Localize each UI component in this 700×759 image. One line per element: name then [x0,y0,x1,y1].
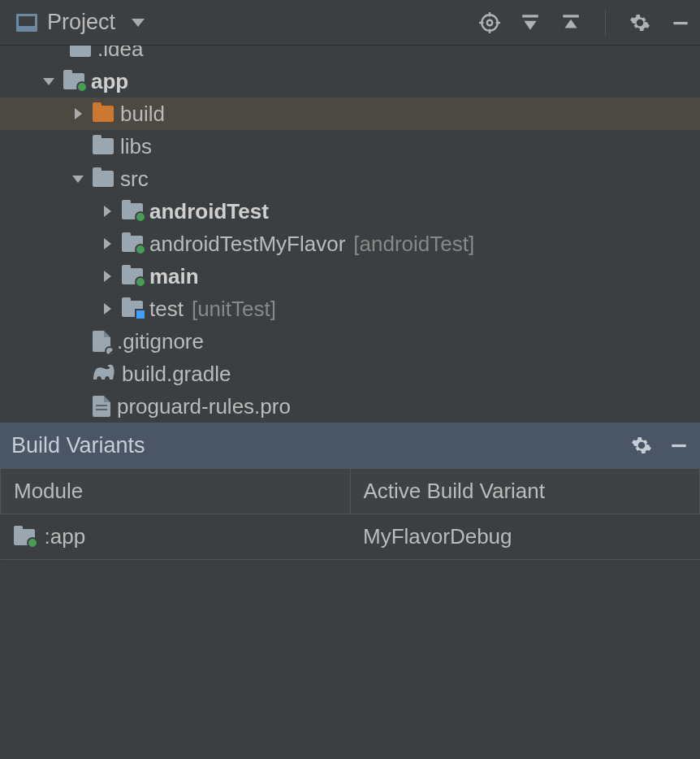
project-view-icon [16,14,37,32]
project-tree[interactable]: .idea app build libs src androidTest and… [0,46,700,423]
variant-cell[interactable]: MyFlavorDebug [350,514,700,560]
expander-spacer [68,364,88,384]
tree-node-label: build [120,102,165,127]
svg-rect-6 [522,15,538,17]
project-toolbar: Project [0,0,700,46]
tree-node-label: test [149,297,184,322]
svg-point-1 [487,20,493,25]
build-variants-table: Module Active Build Variant :app MyFlavo… [0,468,700,560]
column-header-variant[interactable]: Active Build Variant [350,469,700,514]
tree-row-src[interactable]: src [0,163,700,195]
source-folder-icon [122,203,143,219]
tree-row-buildgradle[interactable]: build.gradle [0,358,700,390]
tree-node-label: androidTestMyFlavor [149,232,345,257]
tree-row-app[interactable]: app [0,65,700,98]
expander-spacer [68,332,88,351]
tree-node-label: .idea [97,46,143,62]
tree-row-build[interactable]: build [0,98,700,130]
expander-spacer [68,137,88,156]
tree-node-annot: [androidTest] [353,232,474,257]
target-icon[interactable] [478,11,501,34]
toolbar-left: Project [16,10,478,35]
table-row[interactable]: :app MyFlavorDebug [1,514,700,560]
expander-spacer [68,397,88,416]
minimize-icon[interactable] [669,11,692,34]
tree-row-androidtestmyflavor[interactable]: androidTestMyFlavor [androidTest] [0,228,700,260]
expander-icon[interactable] [97,267,117,286]
file-icon [93,396,110,417]
tree-node-label: src [120,167,149,192]
folder-icon [93,138,114,154]
minimize-icon[interactable] [668,434,690,457]
module-name: :app [45,524,86,549]
tree-node-label: libs [120,134,152,159]
chevron-down-icon[interactable] [132,19,145,27]
tree-node-label: androidTest [149,199,269,224]
folder-icon [70,46,91,57]
tree-row-idea[interactable]: .idea [0,46,700,65]
tree-node-label: main [149,264,199,289]
module-folder-icon [14,529,35,545]
gear-icon[interactable] [629,11,651,34]
svg-rect-8 [563,15,579,17]
svg-point-0 [482,15,498,31]
tree-row-androidtest[interactable]: androidTest [0,195,700,228]
tree-row-main[interactable]: main [0,260,700,293]
column-header-module[interactable]: Module [1,469,351,514]
tree-row-gitignore[interactable]: .gitignore [0,325,700,358]
expander-icon[interactable] [68,169,88,189]
expander-icon[interactable] [39,72,58,91]
tree-node-label: proguard-rules.pro [117,394,291,419]
test-folder-icon [122,301,143,317]
gear-icon[interactable] [630,434,653,457]
module-folder-icon [63,73,84,89]
folder-icon [93,106,114,122]
build-variants-title: Build Variants [11,433,630,458]
tree-row-libs[interactable]: libs [0,130,700,163]
expander-icon[interactable] [97,202,117,221]
tree-row-proguard[interactable]: proguard-rules.pro [0,390,700,423]
expander-icon[interactable] [97,234,117,254]
gradle-icon [93,362,115,387]
folder-icon [93,171,114,187]
expander-icon[interactable] [68,104,88,124]
expand-all-icon[interactable] [519,11,542,34]
svg-rect-11 [672,445,685,447]
build-variants-empty-area [0,560,700,759]
tree-node-annot: [unitTest] [192,297,276,322]
build-variants-header: Build Variants [0,423,700,468]
toolbar-divider [605,10,606,36]
source-folder-icon [122,268,143,284]
project-view-label[interactable]: Project [47,10,115,35]
collapse-all-icon[interactable] [560,11,582,34]
file-icon [93,331,110,352]
tree-node-label: .gitignore [117,329,204,354]
expander-icon[interactable] [97,299,117,319]
svg-marker-7 [524,20,536,29]
toolbar-right [478,10,692,36]
svg-rect-10 [673,21,687,24]
tree-node-label: app [91,69,128,94]
svg-marker-9 [564,19,577,28]
tree-node-label: build.gradle [122,362,231,387]
source-folder-icon [122,236,143,252]
tree-row-test[interactable]: test [unitTest] [0,293,700,325]
